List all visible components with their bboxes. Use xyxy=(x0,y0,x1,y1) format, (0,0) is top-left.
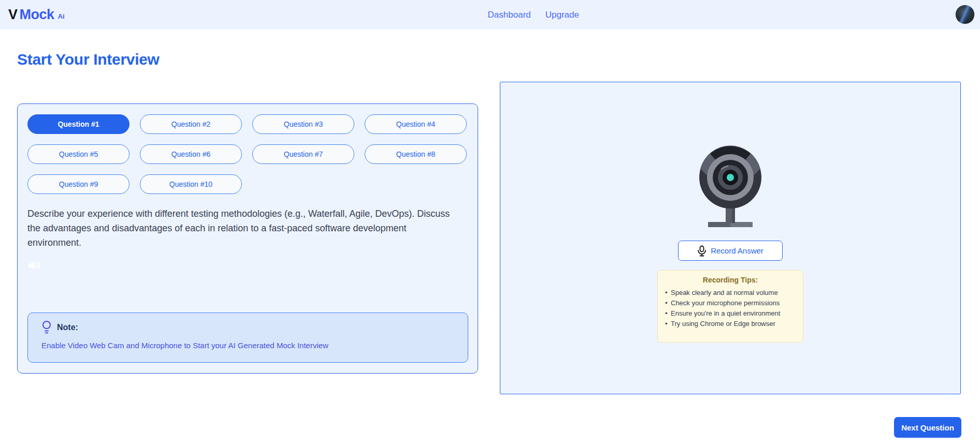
nav-link-upgrade[interactable]: Upgrade xyxy=(545,10,579,20)
recording-tip: Check your microphone permissions xyxy=(664,298,797,308)
record-answer-label: Record Answer xyxy=(711,246,763,255)
page-title: Start Your Interview xyxy=(17,51,160,68)
record-answer-button[interactable]: Record Answer xyxy=(678,241,783,261)
top-navbar: VMockAi Dashboard Upgrade xyxy=(0,0,980,29)
speaker-icon[interactable] xyxy=(27,259,42,272)
lightbulb-icon xyxy=(41,320,52,335)
app-logo[interactable]: VMockAi xyxy=(8,0,65,29)
microphone-icon xyxy=(697,245,707,257)
question-button-10[interactable]: Question #10 xyxy=(140,174,242,194)
nav-links: Dashboard Upgrade xyxy=(488,0,579,29)
note-text: Enable Video Web Cam and Microphone to S… xyxy=(41,341,454,350)
recording-tip: Try using Chrome or Edge browser xyxy=(664,319,797,329)
question-button-2[interactable]: Question #2 xyxy=(140,114,242,134)
question-card: Question #1Question #2Question #3Questio… xyxy=(17,103,478,374)
question-button-5[interactable]: Question #5 xyxy=(27,144,129,164)
recording-tips-title: Recording Tips: xyxy=(664,276,797,284)
recording-panel: Record Answer Recording Tips: Speak clea… xyxy=(500,82,961,394)
recording-tip: Ensure you're in a quiet environment xyxy=(664,308,797,319)
logo-prefix: V xyxy=(8,7,18,23)
nav-link-dashboard[interactable]: Dashboard xyxy=(488,10,531,20)
question-button-9[interactable]: Question #9 xyxy=(27,174,129,194)
user-avatar[interactable] xyxy=(955,5,975,24)
note-title: Note: xyxy=(57,323,78,332)
next-question-button[interactable]: Next Question xyxy=(894,417,961,438)
question-buttons: Question #1Question #2Question #3Questio… xyxy=(27,114,468,194)
logo-main: Mock xyxy=(20,7,54,23)
question-button-6[interactable]: Question #6 xyxy=(140,144,242,164)
webcam-illustration xyxy=(686,145,774,230)
logo-suffix: Ai xyxy=(58,12,65,20)
question-button-1[interactable]: Question #1 xyxy=(27,114,129,134)
question-text: Describe your experience with different … xyxy=(27,206,455,250)
question-button-7[interactable]: Question #7 xyxy=(252,144,354,164)
recording-tips-list: Speak clearly and at normal volumeCheck … xyxy=(664,288,797,329)
note-box: Note: Enable Video Web Cam and Microphon… xyxy=(27,313,468,363)
question-button-4[interactable]: Question #4 xyxy=(365,114,467,134)
recording-tips-box: Recording Tips: Speak clearly and at nor… xyxy=(657,270,803,343)
recording-tip: Speak clearly and at normal volume xyxy=(664,288,797,298)
question-button-8[interactable]: Question #8 xyxy=(365,144,467,164)
question-button-3[interactable]: Question #3 xyxy=(252,114,354,134)
